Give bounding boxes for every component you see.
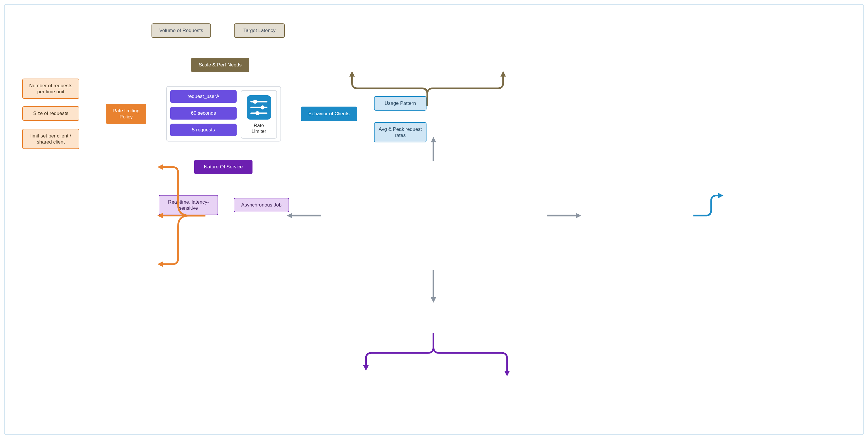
label: Rate limiting Policy: [109, 108, 144, 120]
rate-limiter-label: Rate Limiter: [251, 123, 266, 135]
central-rate-limiter-box: request_userA 60 seconds 5 requests: [166, 86, 281, 142]
label: Avg & Peak request rates: [377, 126, 423, 139]
label: Number of requests per time unit: [26, 83, 76, 95]
rate-limiter-inner: Rate Limiter: [241, 90, 277, 139]
edges-layer: [5, 5, 863, 434]
node-target-latency: Target Latency: [234, 23, 285, 38]
diagram-frame: Volume of Requests Target Latency Scale …: [4, 4, 864, 435]
hub-rate-limiting-policy: Rate limiting Policy: [106, 104, 146, 124]
chip-window: 60 seconds: [170, 107, 237, 120]
label: 5 requests: [192, 127, 215, 133]
label: request_userA: [188, 94, 220, 99]
label: Real-time, latency-sensitive: [162, 199, 215, 211]
sliders-icon: [246, 94, 272, 120]
label: 60 seconds: [191, 110, 216, 116]
hub-scale-perf: Scale & Perf Needs: [191, 58, 249, 72]
node-usage-pattern: Usage Pattern: [374, 96, 427, 111]
node-volume-of-requests: Volume of Requests: [152, 23, 211, 38]
node-avg-peak: Avg & Peak request rates: [374, 122, 427, 142]
node-num-requests: Number of requests per time unit: [22, 79, 80, 99]
node-limit-per-client: limit set per client / shared client: [22, 129, 80, 149]
node-async-job: Asynchronous Job: [234, 198, 289, 212]
edge-left-fork: [159, 167, 205, 264]
label: Behavior of Clients: [308, 111, 350, 117]
edge-right-curve: [693, 196, 722, 216]
svg-point-4: [253, 100, 257, 104]
node-realtime: Real-time, latency-sensitive: [159, 195, 218, 215]
label: Size of requests: [33, 110, 68, 116]
node-size-requests: Size of requests: [22, 106, 80, 121]
label: Target Latency: [243, 27, 276, 33]
label: Volume of Requests: [159, 27, 203, 33]
label: Scale & Perf Needs: [199, 62, 242, 68]
chip-limit: 5 requests: [170, 124, 237, 136]
svg-point-5: [260, 106, 265, 110]
label: limit set per client / shared client: [26, 133, 76, 145]
svg-point-6: [255, 111, 259, 115]
label: Usage Pattern: [385, 100, 416, 106]
hub-nature-of-service: Nature Of Service: [194, 160, 252, 174]
config-chip-stack: request_userA 60 seconds 5 requests: [170, 90, 237, 136]
chip-request-user: request_userA: [170, 90, 237, 103]
label: Nature Of Service: [204, 164, 243, 170]
hub-behavior-clients: Behavior of Clients: [301, 107, 357, 121]
edge-bottom-fork: [366, 333, 507, 375]
label: Asynchronous Job: [241, 202, 282, 208]
